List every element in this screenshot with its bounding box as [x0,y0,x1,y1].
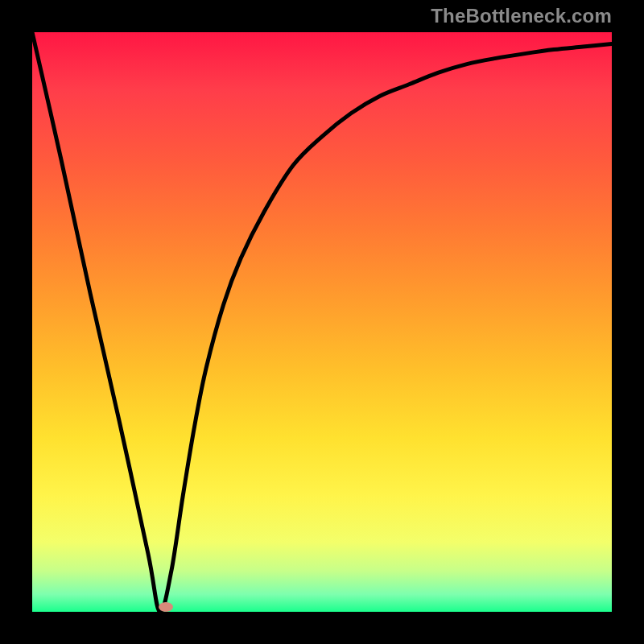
optimal-point-marker [159,602,173,612]
plot-area [32,32,612,612]
curve-svg [32,32,612,612]
bottleneck-curve [32,32,612,612]
chart-container: TheBottleneck.com [0,0,644,644]
watermark-text: TheBottleneck.com [431,5,612,27]
